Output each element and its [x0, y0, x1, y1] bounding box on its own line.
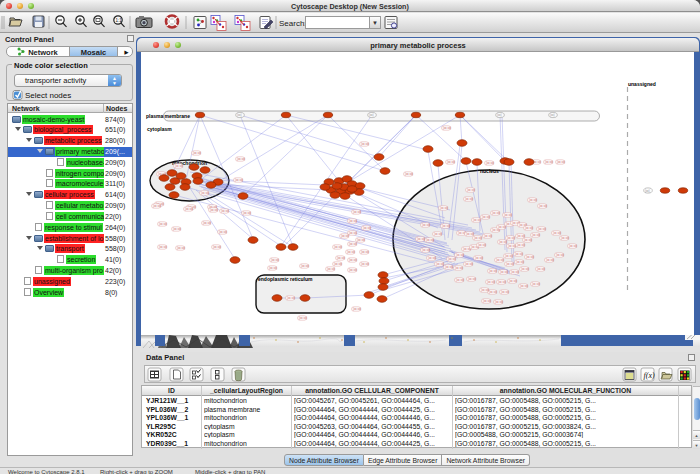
svg-text:(xx xx): (xx xx): [422, 223, 430, 227]
svg-text:(xx xx): (xx xx): [517, 243, 525, 247]
svg-text:(xx xx): (xx xx): [482, 215, 490, 219]
svg-text:(xx xx): (xx xx): [349, 268, 357, 272]
svg-text:(xx xx): (xx xx): [361, 250, 369, 254]
svg-text:(xx xx): (xx xx): [440, 206, 448, 210]
svg-text:(xx xx): (xx xx): [465, 262, 473, 266]
svg-text:(xx xx): (xx xx): [526, 255, 534, 259]
svg-text:(xx xx): (xx xx): [483, 299, 491, 303]
svg-text:(xx xx): (xx xx): [456, 253, 464, 257]
svg-text:(xx xx): (xx xx): [436, 262, 444, 266]
svg-text:unassigned: unassigned: [628, 81, 656, 87]
svg-text:(xx xx): (xx xx): [287, 296, 295, 300]
svg-text:(xx xx): (xx xx): [521, 267, 529, 271]
svg-text:(xx xx): (xx xx): [434, 232, 442, 236]
svg-text:(xx xx): (xx xx): [505, 254, 513, 258]
svg-text:(xx xx): (xx xx): [511, 270, 519, 274]
svg-text:(xx xx): (xx xx): [546, 258, 554, 262]
svg-text:(xx xx): (xx xx): [221, 209, 229, 213]
svg-text:(xx xx): (xx xx): [428, 256, 436, 260]
svg-text:(xx xx): (xx xx): [301, 264, 309, 268]
svg-text:(xx xx): (xx xx): [448, 257, 456, 261]
svg-text:(xx xx): (xx xx): [507, 236, 515, 240]
svg-text:(xx xx): (xx xx): [524, 238, 532, 242]
svg-text:(xx xx): (xx xx): [334, 262, 342, 266]
svg-text:f(x): f(x): [644, 371, 655, 380]
svg-text:(xx xx): (xx xx): [478, 243, 486, 247]
svg-text:(xx xx): (xx xx): [201, 191, 209, 195]
svg-text:(xx xx): (xx xx): [193, 151, 201, 155]
svg-text:(xx xx): (xx xx): [237, 157, 245, 161]
svg-text:(xx xx): (xx xx): [545, 160, 553, 164]
svg-text:(xx xx): (xx xx): [159, 245, 167, 249]
svg-text:(xx xx): (xx xx): [349, 242, 357, 246]
svg-text:(xx xx): (xx xx): [349, 219, 357, 223]
svg-text:plasma membrane: plasma membrane: [146, 113, 190, 119]
svg-text:endoplasmic reticulum: endoplasmic reticulum: [258, 276, 313, 282]
svg-text:(xx xx): (xx xx): [473, 218, 481, 222]
svg-text:(xx xx): (xx xx): [515, 252, 523, 256]
svg-text:(xx xx): (xx xx): [159, 222, 167, 226]
svg-text:(xx xx): (xx xx): [177, 246, 185, 250]
svg-text:(xx xx): (xx xx): [417, 237, 425, 241]
svg-text:(xx xx): (xx xx): [353, 210, 361, 214]
svg-text:(xx xx): (xx xx): [509, 279, 517, 283]
svg-text:(xx xx): (xx xx): [484, 234, 492, 238]
svg-text:(xx xx): (xx xx): [501, 290, 509, 294]
svg-text:(xx xx): (xx xx): [496, 258, 504, 262]
svg-text:(xx xx): (xx xx): [508, 244, 516, 248]
svg-text:(xx xx): (xx xx): [422, 248, 430, 252]
svg-text:(xx xx): (xx xx): [243, 211, 251, 215]
svg-text:cytoplasm: cytoplasm: [147, 126, 172, 132]
svg-text:(xx xx): (xx xx): [361, 142, 369, 146]
svg-text:(xx xx): (xx xx): [504, 213, 512, 217]
svg-text:(xx xx): (xx xx): [173, 227, 181, 231]
svg-text:(xx xx): (xx xx): [349, 231, 357, 235]
svg-text:(xx): (xx): [645, 189, 650, 193]
svg-text:(xx): (xx): [237, 113, 242, 117]
svg-text:(xx xx): (xx xx): [468, 277, 476, 281]
svg-text:(xx xx): (xx xx): [553, 231, 561, 235]
svg-text:1:1: 1:1: [116, 18, 123, 23]
svg-text:(xx): (xx): [369, 113, 374, 117]
svg-text:(xx xx): (xx xx): [539, 204, 547, 208]
svg-text:(xx xx): (xx xx): [353, 307, 361, 311]
svg-text:(xx xx): (xx xx): [481, 288, 489, 292]
svg-text:(xx xx): (xx xx): [489, 290, 497, 294]
svg-text:(xx xx): (xx xx): [525, 226, 533, 230]
svg-text:(xx xx): (xx xx): [557, 160, 565, 164]
svg-text:(xx xx): (xx xx): [349, 258, 357, 262]
svg-text:(xx xx): (xx xx): [532, 282, 540, 286]
svg-text:(xx xx): (xx xx): [334, 245, 342, 249]
svg-text:(xx xx): (xx xx): [442, 224, 450, 228]
svg-text:(xx xx): (xx xx): [456, 278, 464, 282]
svg-text:(xx xx): (xx xx): [569, 244, 577, 248]
svg-text:(xx xx): (xx xx): [363, 226, 371, 230]
svg-text:(xx xx): (xx xx): [327, 267, 335, 271]
svg-text:(xx xx): (xx xx): [465, 197, 473, 201]
svg-text:(xx xx): (xx xx): [235, 178, 243, 182]
svg-text:(xx xx): (xx xx): [495, 300, 503, 304]
svg-text:(xx xx): (xx xx): [500, 270, 508, 274]
svg-text:(xx xx): (xx xx): [506, 262, 514, 266]
svg-text:(xx xx): (xx xx): [443, 126, 451, 130]
svg-text:(xx xx): (xx xx): [556, 253, 564, 257]
svg-text:(xx xx): (xx xx): [347, 250, 355, 254]
svg-text:(xx xx): (xx xx): [175, 164, 183, 168]
svg-text:(xx xx): (xx xx): [538, 227, 546, 231]
svg-text:(xx xx): (xx xx): [532, 233, 540, 237]
svg-text:(xx xx): (xx xx): [516, 260, 524, 264]
svg-text:(xx xx): (xx xx): [520, 284, 528, 288]
svg-text:(xx xx): (xx xx): [153, 204, 161, 208]
svg-text:(xx xx): (xx xx): [405, 172, 413, 176]
svg-text:(xx xx): (xx xx): [447, 160, 455, 164]
svg-text:(xx xx): (xx xx): [467, 188, 475, 192]
svg-text:(xx xx): (xx xx): [341, 234, 349, 238]
svg-text:(xx xx): (xx xx): [489, 269, 497, 273]
svg-text:(xx xx): (xx xx): [487, 280, 495, 284]
svg-text:(xx xx): (xx xx): [561, 236, 569, 240]
svg-text:(xx xx): (xx xx): [499, 240, 507, 244]
svg-text:(xx xx): (xx xx): [529, 198, 537, 202]
svg-text:(xx): (xx): [550, 113, 555, 117]
svg-text:(xx xx): (xx xx): [337, 256, 345, 260]
svg-text:(xx xx): (xx xx): [210, 208, 218, 212]
